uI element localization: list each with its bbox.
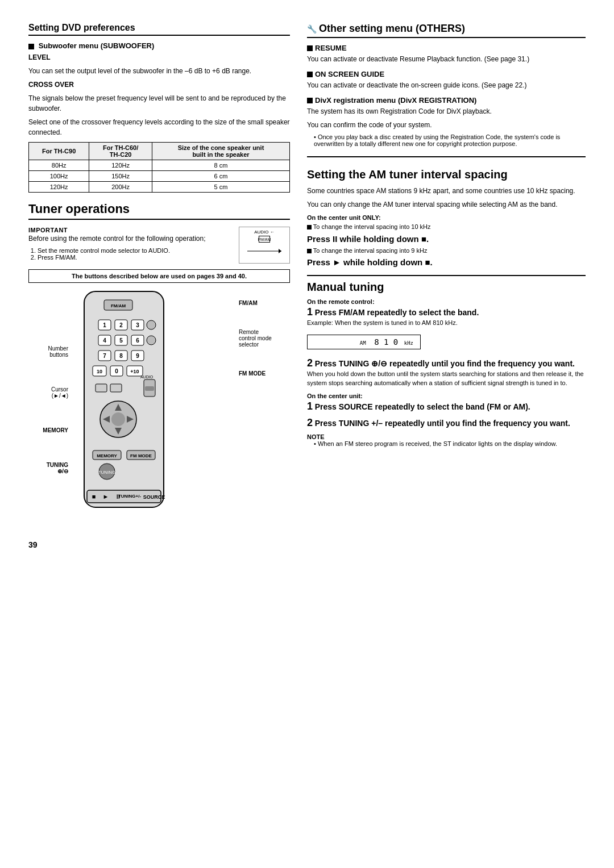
setting-dvd-title: Setting DVD preferences bbox=[28, 23, 290, 36]
remote-step1-title: Press FM/AM repeatedly to select the ban… bbox=[315, 308, 479, 317]
square-bullet-resume-icon bbox=[307, 45, 313, 51]
remote-step1-num: 1 bbox=[307, 306, 313, 318]
note-label: NOTE bbox=[307, 433, 325, 440]
svg-text:+10: +10 bbox=[130, 369, 139, 374]
list-item: Set the remote control mode selector to … bbox=[38, 247, 230, 254]
fm-mode-right-label: FM MODE bbox=[239, 370, 290, 377]
svg-text:7: 7 bbox=[103, 353, 106, 359]
on-center-unit-only-label: On the center unit ONLY: bbox=[307, 214, 586, 221]
square-bullet-divx-icon bbox=[307, 98, 313, 103]
remote-arrow-svg bbox=[244, 243, 284, 260]
tuning-label: TUNING⊕/⊖ bbox=[28, 462, 68, 474]
svg-text:2: 2 bbox=[119, 322, 123, 328]
subwoofer-heading-wrapper: Subwoofer menu (SUBWOOFER) bbox=[28, 41, 290, 50]
am-badge: AM bbox=[360, 340, 366, 346]
note-text: When an FM stereo program is received, t… bbox=[314, 440, 586, 447]
tuner-operations-section: Tuner operations IMPORTANT Before using … bbox=[28, 202, 290, 529]
cursor-label: Cursor(►/◄) bbox=[28, 386, 68, 399]
crossover-table: For TH-C90 For TH-C60/TH-C20 Size of the… bbox=[28, 142, 290, 193]
subwoofer-heading: Subwoofer menu (SUBWOOFER) bbox=[39, 41, 155, 50]
wrench-icon bbox=[307, 23, 319, 34]
svg-point-40 bbox=[111, 412, 125, 426]
notice-box: The buttons described below are used on … bbox=[28, 269, 290, 283]
diagram-right-labels: FM/AM Remotecontrol modeselector FM MODE bbox=[239, 289, 290, 377]
svg-text:AUDIO: AUDIO bbox=[140, 375, 154, 379]
center-step1-title: Press SOURCE repeatedly to select the ba… bbox=[315, 402, 530, 411]
table-cell: 200Hz bbox=[89, 182, 152, 193]
fm-am-button-mini[interactable]: FM/AM bbox=[259, 236, 270, 243]
other-setting-section: Other setting menu (OTHERS) RESUME You c… bbox=[307, 23, 586, 147]
important-box: IMPORTANT Before using the remote contro… bbox=[28, 227, 290, 264]
center-step2-title: Press TUNING +/– repeatedly until you fi… bbox=[315, 419, 570, 428]
svg-text:4: 4 bbox=[103, 337, 106, 344]
table-cell: 8 cm bbox=[152, 160, 290, 171]
divx-registration-section: DivX registration menu (DivX REGISTRATIO… bbox=[307, 96, 586, 147]
svg-rect-33 bbox=[96, 384, 107, 392]
left-column: Setting DVD preferences Subwoofer menu (… bbox=[28, 23, 290, 549]
level-label: LEVEL bbox=[28, 53, 51, 61]
divx-text2: You can confirm the code of your system. bbox=[307, 120, 586, 130]
remote-step1-example: Example: When the system is tuned in to … bbox=[307, 318, 586, 328]
notice-text: The buttons described below are used on … bbox=[72, 273, 247, 279]
divx-bullet1: Once you play back a disc created by usi… bbox=[314, 133, 586, 147]
on-screen-guide-text: You can activate or deactivate the on-sc… bbox=[307, 80, 586, 90]
page-layout: Setting DVD preferences Subwoofer menu (… bbox=[28, 23, 586, 549]
svg-text:FM/AM: FM/AM bbox=[111, 303, 126, 308]
remote-step2-title: Press TUNING ⊕/⊖ repeatedly until you fi… bbox=[315, 359, 575, 368]
on-center-unit-label: On the center unit: bbox=[307, 393, 586, 399]
manual-tuning-section: Manual tuning On the remote control: 1 P… bbox=[307, 275, 586, 447]
table-cell: 5 cm bbox=[152, 182, 290, 193]
center-step1-num: 1 bbox=[307, 400, 313, 412]
divx-heading: DivX registration menu (DivX REGISTRATIO… bbox=[315, 96, 476, 105]
svg-point-10 bbox=[147, 320, 156, 329]
tuner-ops-title: Tuner operations bbox=[28, 202, 290, 220]
setting-dvd-section: Setting DVD preferences Subwoofer menu (… bbox=[28, 23, 290, 193]
table-cell: 120Hz bbox=[29, 182, 89, 193]
diagram-left-labels: Numberbuttons Cursor(►/◄) MEMORY TUNING⊕… bbox=[28, 289, 68, 474]
am-tuner-instructions: On the center unit ONLY: To change the i… bbox=[307, 214, 586, 267]
list-item: Press FM/AM. bbox=[38, 254, 230, 261]
remote-step2-text: When you hold down the button until the … bbox=[307, 369, 586, 388]
on-screen-guide-section: ON SCREEN GUIDE You can activate or deac… bbox=[307, 70, 586, 90]
to-10khz-label: To change the interval spacing into 10 k… bbox=[313, 223, 431, 230]
svg-text:5: 5 bbox=[119, 337, 123, 344]
square-bullet-icon bbox=[28, 44, 34, 49]
resume-heading: RESUME bbox=[315, 44, 347, 52]
remote-top-area: FM/AM bbox=[242, 236, 287, 243]
table-cell: 120Hz bbox=[89, 160, 152, 171]
important-label: IMPORTANT bbox=[28, 227, 230, 233]
level-text: You can set the output level of the subw… bbox=[28, 66, 290, 76]
to-9khz-label: To change the interval spacing into 9 kH… bbox=[313, 247, 428, 254]
important-steps-list: Set the remote control mode selector to … bbox=[38, 247, 230, 261]
svg-text:9: 9 bbox=[136, 353, 139, 359]
crossover-text2: Select one of the crossover frequency le… bbox=[28, 117, 290, 137]
svg-marker-0 bbox=[279, 249, 281, 253]
svg-text:MEMORY: MEMORY bbox=[97, 453, 117, 458]
svg-text:3: 3 bbox=[136, 322, 139, 328]
on-screen-guide-heading: ON SCREEN GUIDE bbox=[315, 70, 384, 78]
svg-text:■: ■ bbox=[92, 493, 96, 500]
square-bullet-onscreen-icon bbox=[307, 72, 313, 77]
resume-text: You can activate or deactivate Resume Pl… bbox=[307, 54, 586, 64]
svg-text:0: 0 bbox=[115, 368, 118, 374]
table-row: 80Hz 120Hz 8 cm bbox=[29, 160, 290, 171]
am-tuner-title: Setting the AM tuner interval spacing bbox=[307, 168, 586, 181]
svg-text:6: 6 bbox=[136, 337, 139, 344]
table-cell: 100Hz bbox=[29, 171, 89, 182]
important-text-block: IMPORTANT Before using the remote contro… bbox=[28, 227, 230, 264]
center-step2: 2 Press TUNING +/– repeatedly until you … bbox=[307, 417, 586, 429]
divx-text1: The system has its own Registration Code… bbox=[307, 106, 586, 116]
svg-text:1: 1 bbox=[103, 322, 106, 328]
table-header-2: Size of the cone speaker unitbuilt in th… bbox=[152, 143, 290, 160]
manual-tuning-title: Manual tuning bbox=[307, 275, 586, 294]
svg-text:SOURCE: SOURCE bbox=[143, 494, 165, 500]
other-setting-title-text: Other setting menu (OTHERS) bbox=[319, 23, 465, 34]
svg-text:8: 8 bbox=[119, 353, 123, 359]
subwoofer-menu-section: Subwoofer menu (SUBWOOFER) LEVEL You can… bbox=[28, 41, 290, 193]
right-column: Other setting menu (OTHERS) RESUME You c… bbox=[307, 23, 586, 549]
am-tuner-intro1: Some countries space AM stations 9 kHz a… bbox=[307, 186, 586, 196]
to-10khz-text: To change the interval spacing into 10 k… bbox=[307, 222, 586, 232]
remote-step2-num: 2 bbox=[307, 357, 313, 369]
am-tuner-intro2: You can only change the AM tuner interva… bbox=[307, 199, 586, 210]
freq-display: AM 8 1 0 kHz bbox=[307, 335, 421, 349]
